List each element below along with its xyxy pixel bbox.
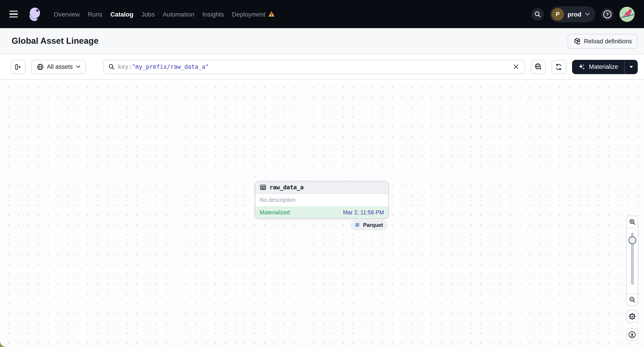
help-button[interactable]: ?: [601, 8, 614, 20]
asset-node-title: raw_data_a: [270, 184, 304, 191]
search-icon: [108, 63, 115, 70]
clear-search-button[interactable]: [511, 62, 521, 72]
dagster-app-window: Overview Runs Catalog Jobs Automation In…: [0, 0, 644, 347]
zoom-in-button[interactable]: [626, 216, 638, 228]
page-header: Global Asset Lineage Reload definitions: [0, 28, 644, 54]
materialize-split-button: Materialize: [572, 60, 638, 74]
refresh-graph-button[interactable]: [551, 60, 566, 74]
nav-item-jobs[interactable]: Jobs: [142, 10, 155, 18]
page-title: Global Asset Lineage: [12, 36, 98, 46]
asset-node-status-row: Materialized Mar 2, 11:56 PM: [255, 206, 388, 218]
asset-node-description-row: No description: [255, 194, 388, 206]
asset-search-input[interactable]: key:"my_prefix/raw_data_a": [103, 60, 525, 74]
search-token-value: "my_prefix/raw_data_a": [132, 63, 209, 70]
download-graph-button[interactable]: [626, 328, 638, 341]
nav-item-deployment[interactable]: Deployment: [232, 10, 275, 18]
nav-item-automation[interactable]: Automation: [163, 10, 194, 18]
materialize-options-button[interactable]: [624, 60, 638, 74]
parquet-icon: [354, 222, 360, 228]
environment-avatar: P: [552, 8, 564, 20]
compute-kind-label: Parquet: [363, 222, 383, 228]
search-token-key: key:: [118, 63, 132, 70]
caret-down-icon: [629, 65, 633, 68]
nav-item-runs[interactable]: Runs: [88, 10, 102, 18]
refresh-icon: [555, 63, 562, 70]
asset-scope-dropdown[interactable]: All assets: [31, 60, 86, 74]
svg-text:?: ?: [606, 11, 609, 17]
filter-lineage-graph-button[interactable]: [531, 60, 546, 74]
lineage-toolbar: All assets key:"my_prefix/raw_data_a": [0, 54, 644, 79]
nav-right-group: P prod ?: [532, 6, 634, 22]
reload-definitions-button[interactable]: Reload definitions: [567, 34, 638, 48]
download-icon: [628, 331, 636, 338]
globe-plus-icon: [534, 63, 542, 70]
asset-node-header: raw_data_a: [255, 181, 388, 194]
asset-scope-label: All assets: [47, 63, 73, 70]
zoom-slider-thumb[interactable]: [628, 236, 636, 244]
nav-item-deployment-label: Deployment: [232, 10, 265, 18]
reload-definitions-label: Reload definitions: [584, 38, 632, 44]
environment-switcher[interactable]: P prod: [550, 6, 595, 22]
asset-node-description: No description: [260, 197, 296, 203]
top-navigation-bar: Overview Runs Catalog Jobs Automation In…: [0, 0, 644, 28]
asset-node-raw-data-a[interactable]: raw_data_a No description Materialized M…: [255, 181, 389, 219]
nav-item-overview[interactable]: Overview: [54, 10, 80, 18]
sparkles-icon: [578, 63, 585, 70]
user-avatar[interactable]: [620, 6, 634, 22]
search-query-text: key:"my_prefix/raw_data_a": [118, 63, 508, 70]
asset-node-status: Materialized: [260, 209, 290, 216]
reload-definitions-icon: [573, 37, 581, 45]
materialize-label: Materialize: [589, 63, 618, 70]
compute-kind-tag-parquet[interactable]: Parquet: [350, 220, 388, 230]
asset-node-materialized-time[interactable]: Mar 2, 11:56 PM: [343, 209, 384, 216]
zoom-in-icon: [628, 218, 636, 226]
chevron-down-icon: [76, 65, 80, 68]
globe-icon: [37, 63, 44, 70]
nav-item-insights[interactable]: Insights: [202, 10, 224, 18]
gear-icon: [628, 313, 636, 320]
zoom-controls: [626, 216, 638, 306]
graph-settings-button[interactable]: [626, 310, 638, 323]
chevron-down-icon: [585, 12, 590, 16]
help-icon: ?: [602, 9, 612, 19]
panel-toggle-icon: [14, 63, 22, 70]
lineage-graph-canvas[interactable]: raw_data_a No description Materialized M…: [0, 79, 644, 347]
zoom-slider: [626, 228, 638, 294]
close-icon: [513, 64, 519, 70]
primary-nav-links: Overview Runs Catalog Jobs Automation In…: [54, 10, 275, 18]
zoom-out-button[interactable]: [626, 294, 638, 306]
global-search-button[interactable]: [532, 8, 544, 20]
materialize-button[interactable]: Materialize: [572, 60, 624, 74]
environment-name: prod: [568, 10, 582, 18]
table-icon: [260, 184, 266, 191]
search-icon: [534, 10, 541, 18]
zoom-out-icon: [628, 296, 636, 303]
warning-triangle-icon: [268, 11, 275, 17]
menu-hamburger-icon[interactable]: [10, 8, 21, 20]
nav-item-catalog[interactable]: Catalog: [110, 10, 134, 18]
dagster-logo-icon[interactable]: [27, 6, 43, 22]
open-left-panel-button[interactable]: [11, 60, 26, 74]
